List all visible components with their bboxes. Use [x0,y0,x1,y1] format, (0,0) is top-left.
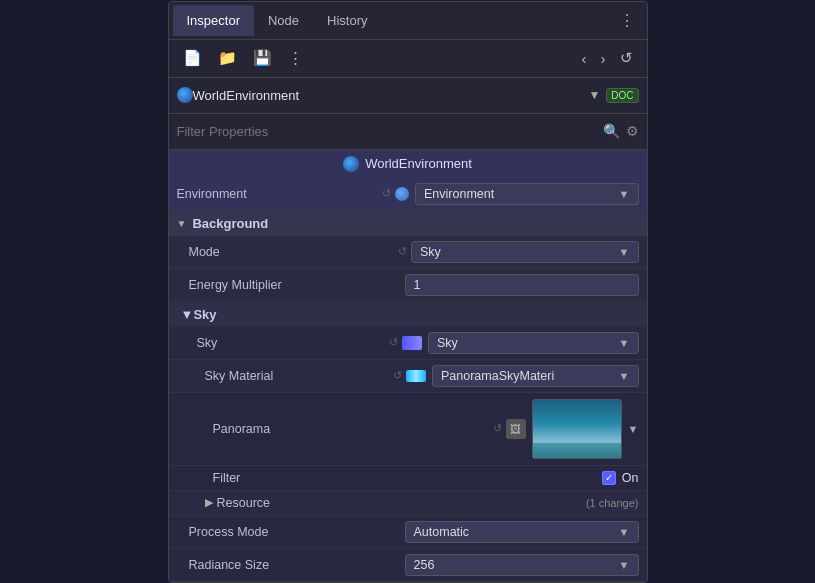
environment-label: Environment [177,187,383,201]
process-mode-arrow: ▼ [619,526,630,538]
sky-material-row: Sky Material ↺ PanoramaSkyMateri ▼ [169,360,647,393]
mode-row: Mode ↺ Sky ▼ [169,236,647,269]
forward-button[interactable]: › [595,45,612,71]
mode-dropdown-arrow: ▼ [619,246,630,258]
mode-value: Sky [420,245,441,259]
energy-input[interactable] [405,274,639,296]
tab-menu-button[interactable]: ⋮ [611,7,643,34]
search-icon[interactable]: 🔍 [603,123,620,139]
sky-value: Sky [437,336,458,350]
sky-reset[interactable]: ↺ [389,336,398,349]
resource-label: Resource [217,496,271,510]
sky-arrow: ▼ [181,307,194,322]
radiance-value: 256 [414,558,435,572]
back-button[interactable]: ‹ [576,45,593,71]
environment-row: Environment ↺ Environment ▼ [169,178,647,211]
sky-material-value: PanoramaSkyMateri [441,369,554,383]
save-button[interactable]: 💾 [247,45,278,71]
properties-panel: WorldEnvironment Environment ↺ Environme… [169,150,647,582]
filter-icons: 🔍 ⚙ [603,123,639,139]
mode-reset[interactable]: ↺ [398,245,407,258]
more-options-button[interactable]: ⋮ [282,45,309,71]
tab-node[interactable]: Node [254,5,313,36]
sky-material-dropdown[interactable]: PanoramaSkyMateri ▼ [432,365,639,387]
environment-reset[interactable]: ↺ [382,187,391,200]
panorama-reset[interactable]: ↺ [493,422,502,435]
sky-material-label: Sky Material [205,369,394,383]
toolbar-nav: ‹ › ↺ [576,45,639,71]
sky-section-label: Sky [193,307,216,322]
background-label: Background [192,216,268,231]
mode-label: Mode [189,245,399,259]
sky-dropdown-arrow: ▼ [619,337,630,349]
panorama-label: Panorama [213,422,493,436]
process-mode-dropdown[interactable]: Automatic ▼ [405,521,639,543]
inspector-panel: Inspector Node History ⋮ 📄 📁 💾 ⋮ ‹ › ↺ W… [168,1,648,583]
radiance-row: Radiance Size 256 ▼ [169,549,647,582]
filter-on-label: On [622,471,639,485]
filter-prop-label: Filter [213,471,602,485]
mode-dropdown[interactable]: Sky ▼ [411,241,639,263]
tab-inspector[interactable]: Inspector [173,5,254,36]
radiance-dropdown-arrow: ▼ [619,559,630,571]
node-selector: WorldEnvironment ▼ DOC [169,78,647,114]
panorama-row: Panorama ↺ 🖼 ▼ [169,393,647,466]
toolbar: 📄 📁 💾 ⋮ ‹ › ↺ [169,40,647,78]
sky-section-header[interactable]: ▼ Sky [169,302,647,327]
panorama-file-icon: 🖼 [506,419,526,439]
sky-type-icon [402,336,422,350]
panorama-dropdown-arrow[interactable]: ▼ [628,423,639,435]
sky-label: Sky [197,336,390,350]
world-environment-icon [177,87,193,103]
process-mode-value: Automatic [414,525,470,539]
tab-history[interactable]: History [313,5,381,36]
filter-input[interactable] [177,124,603,139]
environment-dropdown-value: Environment [424,187,494,201]
process-mode-row: Process Mode Automatic ▼ [169,516,647,549]
sky-material-reset[interactable]: ↺ [393,369,402,382]
open-button[interactable]: 📁 [212,45,243,71]
node-dropdown-arrow[interactable]: ▼ [588,88,600,102]
sky-dropdown[interactable]: Sky ▼ [428,332,639,354]
resource-row[interactable]: ▶ Resource (1 change) [169,491,647,516]
panorama-sky-icon [406,370,426,382]
node-name: WorldEnvironment [193,88,589,103]
we-title-icon [343,156,359,172]
resource-expand-arrow: ▶ [205,496,213,509]
panorama-thumbnail[interactable] [532,399,622,459]
radiance-dropdown[interactable]: 256 ▼ [405,554,639,576]
energy-label: Energy Multiplier [189,278,405,292]
sky-material-dropdown-arrow: ▼ [619,370,630,382]
we-title-text: WorldEnvironment [365,156,472,171]
resource-change: (1 change) [586,497,639,509]
radiance-label: Radiance Size [189,558,405,572]
environment-dropdown[interactable]: Environment ▼ [415,183,639,205]
filter-bar: 🔍 ⚙ [169,114,647,150]
new-scene-button[interactable]: 📄 [177,45,208,71]
filter-prop-row: Filter On [169,466,647,491]
world-environment-title: WorldEnvironment [169,150,647,178]
filter-options-icon[interactable]: ⚙ [626,123,639,139]
process-mode-label: Process Mode [189,525,405,539]
background-section-header[interactable]: ▼ Background [169,211,647,236]
sky-prop-row: Sky ↺ Sky ▼ [169,327,647,360]
history-button[interactable]: ↺ [614,45,639,71]
environment-dropdown-arrow: ▼ [619,188,630,200]
filter-checkbox[interactable] [602,471,616,485]
doc-button[interactable]: DOC [606,88,638,103]
environment-icon [395,187,409,201]
energy-row: Energy Multiplier [169,269,647,302]
background-arrow: ▼ [177,218,187,229]
tab-bar: Inspector Node History ⋮ [169,2,647,40]
